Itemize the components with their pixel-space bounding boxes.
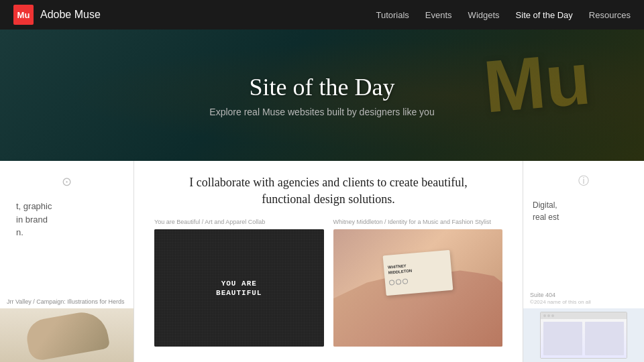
left-panel-label: Jrr Valley / Campaign: Illustrations for… bbox=[7, 298, 124, 305]
bc-circle-2 bbox=[395, 279, 401, 285]
main-headline-line2: functional design solutions. bbox=[262, 192, 394, 206]
bc-circle-1 bbox=[389, 280, 395, 286]
gallery-image-1: YOU AREBEAUTIFUL bbox=[154, 229, 324, 347]
nav-events[interactable]: Events bbox=[425, 9, 452, 21]
instagram-icon: ⊙ bbox=[62, 174, 72, 189]
logo-box: Mu bbox=[13, 5, 34, 25]
logo-letters: Mu bbox=[17, 10, 30, 20]
left-panel: ⊙ t, graphic in brand n. Jrr Valley / Ca… bbox=[0, 161, 134, 362]
main-gallery: You are Beautiful / Art and Apparel Coll… bbox=[154, 219, 502, 347]
browser-dot-1 bbox=[543, 314, 546, 317]
browser-dot-2 bbox=[547, 314, 550, 317]
right-label-sub: ©2024 name of this on all bbox=[530, 299, 591, 305]
right-label-main: Suite 404 bbox=[530, 292, 555, 298]
you-are-beautiful-text: YOU AREBEAUTIFUL bbox=[154, 229, 324, 347]
hero-section: Mu Site of the Day Explore real Muse web… bbox=[0, 29, 644, 161]
left-panel-thumbnail bbox=[0, 308, 133, 362]
shoe-image bbox=[23, 308, 110, 362]
right-text-line1: Digital, bbox=[533, 200, 557, 210]
gallery-label-1: You are Beautiful / Art and Apparel Coll… bbox=[154, 219, 324, 225]
main-headline-line1: I collaborate with agencies and clients … bbox=[189, 176, 467, 189]
bc-name: WHITNEY MIDDLETON bbox=[388, 263, 413, 276]
hero-title: Site of the Day bbox=[250, 73, 395, 101]
right-panel-thumbnail bbox=[523, 308, 644, 362]
nav-site-of-the-day[interactable]: Site of the Day bbox=[516, 9, 573, 21]
nav-links: Tutorials Events Widgets Site of the Day… bbox=[376, 9, 631, 21]
bc-lines bbox=[389, 279, 409, 286]
right-panel-label: Suite 404 ©2024 name of this on all bbox=[530, 292, 591, 305]
hero-subtitle: Explore real Muse websites built by desi… bbox=[209, 107, 434, 117]
browser-content bbox=[541, 319, 627, 358]
gallery-item-2: Whitney Middleton / Identity for a Music… bbox=[333, 219, 503, 347]
nav-widgets-link[interactable]: Widgets bbox=[468, 10, 500, 20]
main-headline: I collaborate with agencies and clients … bbox=[189, 174, 467, 208]
right-panel-text: Digital, real est bbox=[533, 199, 635, 223]
left-text-line1: t, graphic bbox=[16, 201, 52, 211]
navbar: Mu Adobe Muse Tutorials Events Widgets S… bbox=[0, 0, 644, 29]
nav-tutorials[interactable]: Tutorials bbox=[376, 9, 409, 21]
hero-deco-text: Mu bbox=[480, 35, 594, 129]
content-area: ⊙ t, graphic in brand n. Jrr Valley / Ca… bbox=[0, 161, 644, 362]
bc-circle-3 bbox=[402, 279, 408, 285]
right-text-line2: real est bbox=[533, 213, 559, 222]
nav-resources[interactable]: Resources bbox=[589, 9, 631, 21]
gallery-label-2: Whitney Middleton / Identity for a Music… bbox=[333, 219, 503, 225]
left-text-line2: in brand bbox=[16, 215, 48, 225]
right-panel: ⓘ Digital, real est Suite 404 ©2024 name… bbox=[523, 161, 644, 362]
nav-tutorials-link[interactable]: Tutorials bbox=[376, 10, 409, 20]
logo-area: Mu Adobe Muse bbox=[13, 5, 101, 25]
bc-circles bbox=[389, 279, 409, 286]
nav-site-of-the-day-link[interactable]: Site of the Day bbox=[516, 10, 573, 20]
nav-widgets[interactable]: Widgets bbox=[468, 9, 500, 21]
nav-events-link[interactable]: Events bbox=[425, 10, 452, 20]
browser-dot-3 bbox=[551, 314, 554, 317]
logo-title: Adobe Muse bbox=[40, 9, 101, 21]
info-icon: ⓘ bbox=[578, 174, 589, 188]
browser-bar bbox=[541, 312, 627, 319]
left-panel-text: t, graphic in brand n. bbox=[11, 200, 123, 239]
business-card: WHITNEY MIDDLETON bbox=[382, 250, 453, 296]
left-text-line3: n. bbox=[16, 227, 23, 237]
browser-col-1 bbox=[543, 322, 582, 355]
browser-col-2 bbox=[585, 322, 624, 355]
gallery-image-2: WHITNEY MIDDLETON bbox=[333, 229, 503, 347]
gallery-item-1: You are Beautiful / Art and Apparel Coll… bbox=[154, 219, 324, 347]
main-panel: I collaborate with agencies and clients … bbox=[134, 161, 523, 362]
nav-resources-link[interactable]: Resources bbox=[589, 10, 631, 20]
browser-mock bbox=[540, 312, 627, 359]
